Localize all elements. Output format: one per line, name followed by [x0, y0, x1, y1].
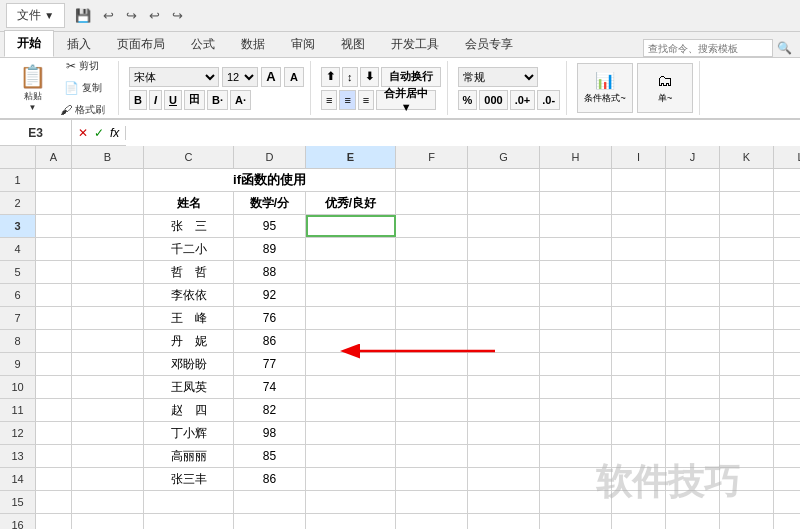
row-num-5[interactable]: 5: [0, 261, 36, 283]
align-right-btn[interactable]: ≡: [358, 90, 374, 110]
cell-k11[interactable]: [720, 399, 774, 421]
cell-e12[interactable]: [306, 422, 396, 444]
cell-g7[interactable]: [468, 307, 540, 329]
col-header-c[interactable]: C: [144, 146, 234, 168]
cell-j12[interactable]: [666, 422, 720, 444]
redo2-btn[interactable]: ↪: [168, 6, 187, 25]
cell-b6[interactable]: [72, 284, 144, 306]
tab-start[interactable]: 开始: [4, 30, 54, 57]
cell-a13[interactable]: [36, 445, 72, 467]
cell-c16[interactable]: [144, 514, 234, 529]
cell-i15[interactable]: [612, 491, 666, 513]
cell-c7[interactable]: 王 峰: [144, 307, 234, 329]
cell-h6[interactable]: [540, 284, 612, 306]
quick-save-btn[interactable]: 💾: [71, 6, 95, 25]
cell-j7[interactable]: [666, 307, 720, 329]
cell-f9[interactable]: [396, 353, 468, 375]
align-top-btn[interactable]: ⬆: [321, 67, 340, 87]
cell-d10[interactable]: 74: [234, 376, 306, 398]
cell-h5[interactable]: [540, 261, 612, 283]
cell-f8[interactable]: [396, 330, 468, 352]
cell-d15[interactable]: [234, 491, 306, 513]
cell-k1[interactable]: [720, 169, 774, 191]
align-left-btn[interactable]: ≡: [321, 90, 337, 110]
cell-f3[interactable]: [396, 215, 468, 237]
col-header-a[interactable]: A: [36, 146, 72, 168]
cell-a10[interactable]: [36, 376, 72, 398]
cell-e7[interactable]: [306, 307, 396, 329]
cell-a11[interactable]: [36, 399, 72, 421]
cell-b10[interactable]: [72, 376, 144, 398]
cell-h2[interactable]: [540, 192, 612, 214]
cell-a1[interactable]: [36, 169, 72, 191]
file-menu[interactable]: 文件 ▼: [6, 3, 65, 28]
cell-c5[interactable]: 哲 哲: [144, 261, 234, 283]
cell-k5[interactable]: [720, 261, 774, 283]
cell-i11[interactable]: [612, 399, 666, 421]
align-middle-btn[interactable]: ↕: [342, 67, 358, 87]
cell-k7[interactable]: [720, 307, 774, 329]
formula-input[interactable]: [126, 120, 800, 146]
cell-b1[interactable]: [72, 169, 144, 191]
cell-h9[interactable]: [540, 353, 612, 375]
cell-i9[interactable]: [612, 353, 666, 375]
cell-d13[interactable]: 85: [234, 445, 306, 467]
search-icon[interactable]: 🔍: [777, 41, 792, 55]
cell-k12[interactable]: [720, 422, 774, 444]
cell-e2-header[interactable]: 优秀/良好: [306, 192, 396, 214]
cell-g4[interactable]: [468, 238, 540, 260]
cell-b7[interactable]: [72, 307, 144, 329]
cell-h10[interactable]: [540, 376, 612, 398]
cell-reference[interactable]: E3: [0, 120, 72, 146]
cell-a16[interactable]: [36, 514, 72, 529]
cell-g8[interactable]: [468, 330, 540, 352]
cell-i13[interactable]: [612, 445, 666, 467]
col-header-k[interactable]: K: [720, 146, 774, 168]
cell-d3[interactable]: 95: [234, 215, 306, 237]
cell-c14[interactable]: 张三丰: [144, 468, 234, 490]
cell-j8[interactable]: [666, 330, 720, 352]
copy-btn[interactable]: 📄复制: [55, 78, 110, 98]
cell-d8[interactable]: 86: [234, 330, 306, 352]
cell-e10[interactable]: [306, 376, 396, 398]
cell-f13[interactable]: [396, 445, 468, 467]
cell-b12[interactable]: [72, 422, 144, 444]
number-format-select[interactable]: 常规: [458, 67, 538, 87]
row-num-12[interactable]: 12: [0, 422, 36, 444]
cell-a3[interactable]: [36, 215, 72, 237]
cell-k3[interactable]: [720, 215, 774, 237]
cell-a15[interactable]: [36, 491, 72, 513]
cell-j4[interactable]: [666, 238, 720, 260]
search-input[interactable]: [643, 39, 773, 57]
cell-b14[interactable]: [72, 468, 144, 490]
cell-f5[interactable]: [396, 261, 468, 283]
cell-f16[interactable]: [396, 514, 468, 529]
cell-f6[interactable]: [396, 284, 468, 306]
cell-i3[interactable]: [612, 215, 666, 237]
italic-btn[interactable]: I: [149, 90, 162, 110]
decrease-decimal-btn[interactable]: .0-: [537, 90, 560, 110]
cell-g3[interactable]: [468, 215, 540, 237]
cell-g2[interactable]: [468, 192, 540, 214]
cell-a2[interactable]: [36, 192, 72, 214]
paste-btn[interactable]: 📋 粘贴 ▼: [12, 69, 53, 107]
row-num-7[interactable]: 7: [0, 307, 36, 329]
col-header-d[interactable]: D: [234, 146, 306, 168]
percent-btn[interactable]: %: [458, 90, 478, 110]
cell-i5[interactable]: [612, 261, 666, 283]
cell-g15[interactable]: [468, 491, 540, 513]
cell-k2[interactable]: [720, 192, 774, 214]
cell-e15[interactable]: [306, 491, 396, 513]
cell-h14[interactable]: [540, 468, 612, 490]
confirm-formula-icon[interactable]: ✓: [94, 126, 104, 140]
cell-c12[interactable]: 丁小辉: [144, 422, 234, 444]
cell-j9[interactable]: [666, 353, 720, 375]
cell-f2[interactable]: [396, 192, 468, 214]
cell-i4[interactable]: [612, 238, 666, 260]
font-decrease-btn[interactable]: A: [284, 67, 304, 87]
row-num-14[interactable]: 14: [0, 468, 36, 490]
row-num-11[interactable]: 11: [0, 399, 36, 421]
cell-e14[interactable]: [306, 468, 396, 490]
cut-btn[interactable]: ✂剪切: [55, 56, 110, 76]
cell-b4[interactable]: [72, 238, 144, 260]
